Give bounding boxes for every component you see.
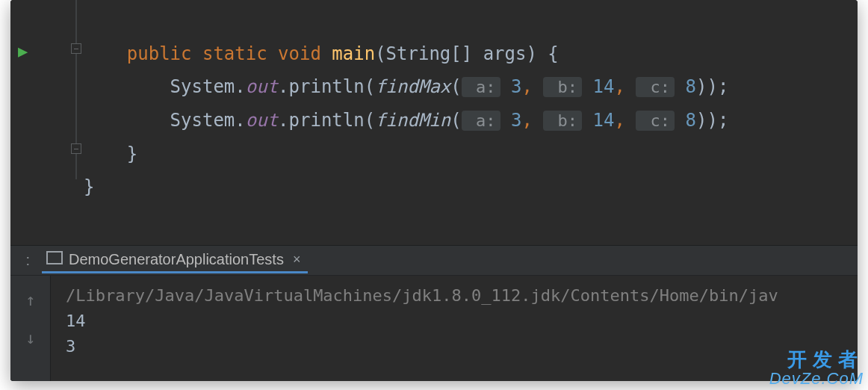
param-hint: c: xyxy=(636,111,675,131)
keyword: public xyxy=(127,43,192,64)
run-gutter-icon[interactable]: ▶ xyxy=(18,42,28,61)
run-config-tab[interactable]: DemoGeneratorApplicationTests × xyxy=(42,248,308,273)
fold-column: – – xyxy=(69,0,84,245)
keyword: static xyxy=(202,43,267,64)
field: out xyxy=(246,76,278,97)
method-call: findMax xyxy=(375,76,450,97)
identifier: System xyxy=(170,110,235,131)
keyword: void xyxy=(278,43,321,64)
method-name: main xyxy=(332,43,375,64)
number-literal: 14 xyxy=(593,76,615,97)
window-stack-icon xyxy=(49,254,63,264)
code-line: public static void main(String[] args) { xyxy=(84,43,559,64)
param-hint: b: xyxy=(543,111,582,131)
number-literal: 3 xyxy=(511,76,521,97)
number-literal: 8 xyxy=(686,76,696,97)
identifier: System xyxy=(170,76,235,97)
code-line: System.out.println(findMin( a: 3, b: 14,… xyxy=(84,110,728,131)
run-tool-window: : DemoGeneratorApplicationTests × ↑ ↓ /L… xyxy=(10,245,858,381)
param-hint: c: xyxy=(636,77,675,97)
param-hint: a: xyxy=(462,77,500,97)
console-output[interactable]: /Library/Java/JavaVirtualMachines/jdk1.8… xyxy=(51,276,858,381)
brace: } xyxy=(84,176,94,197)
brace: } xyxy=(84,143,137,164)
paren: ( xyxy=(375,43,385,64)
param-type: String[] args xyxy=(386,43,527,64)
param-hint: a: xyxy=(462,111,500,131)
number-literal: 3 xyxy=(511,110,521,131)
code-editor[interactable]: ▶ – – public static void main(String[] a… xyxy=(10,0,858,245)
console-side-toolbar: ↑ ↓ xyxy=(10,276,51,381)
code-line: } xyxy=(84,143,137,164)
console-body: ↑ ↓ /Library/Java/JavaVirtualMachines/jd… xyxy=(10,276,858,381)
code-line: System.out.println(findMax( a: 3, b: 14,… xyxy=(84,76,728,97)
ide-window: ▶ – – public static void main(String[] a… xyxy=(10,0,858,381)
number-literal: 14 xyxy=(593,110,615,131)
console-tab-bar: : DemoGeneratorApplicationTests × xyxy=(10,246,858,276)
param-hint: b: xyxy=(543,77,582,97)
tab-label: DemoGeneratorApplicationTests xyxy=(69,251,284,268)
method-call: println xyxy=(289,110,365,131)
fold-toggle-icon[interactable]: – xyxy=(71,143,81,154)
code-content[interactable]: public static void main(String[] args) {… xyxy=(84,0,858,245)
method-call: println xyxy=(289,76,365,97)
stdout-line: 14 xyxy=(66,312,86,330)
method-call: findMin xyxy=(375,110,450,131)
editor-gutter: ▶ – – xyxy=(10,0,84,245)
scroll-down-icon[interactable]: ↓ xyxy=(25,329,35,347)
number-literal: 8 xyxy=(686,110,696,131)
stdout-line: 3 xyxy=(66,337,75,356)
fold-toggle-icon[interactable]: – xyxy=(71,43,81,54)
field: out xyxy=(246,110,278,131)
brace: ) { xyxy=(526,43,558,64)
close-icon[interactable]: × xyxy=(290,252,301,267)
code-line: } xyxy=(84,176,94,197)
tab-prefix: : xyxy=(15,252,34,269)
scroll-up-icon[interactable]: ↑ xyxy=(25,291,35,309)
command-line: /Library/Java/JavaVirtualMachines/jdk1.8… xyxy=(66,286,778,305)
